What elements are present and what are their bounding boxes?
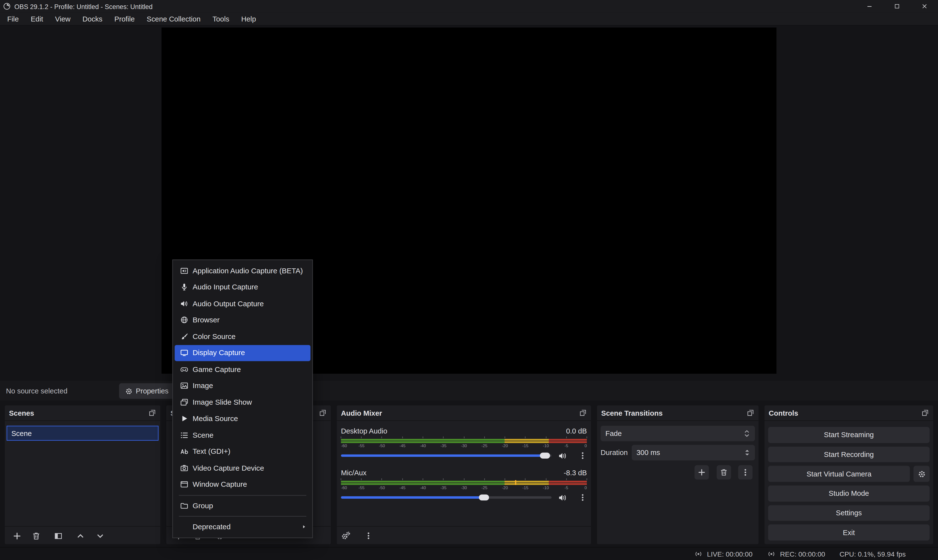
title-bar: OBS 29.1.2 - Profile: Untitled - Scenes:… xyxy=(0,0,938,12)
menu-edit[interactable]: Edit xyxy=(25,12,49,25)
popout-icon[interactable] xyxy=(921,409,929,417)
menu-help[interactable]: Help xyxy=(235,12,262,25)
app-audio-capture-icon xyxy=(180,266,188,275)
globe-icon xyxy=(180,316,188,324)
gear-icon xyxy=(125,387,133,395)
channel-level-db: 0.0 dB xyxy=(566,427,587,435)
status-bar: LIVE: 00:00:00 REC: 00:00:00 CPU: 0.1%, … xyxy=(0,547,938,560)
menu-item-image-slide-show[interactable]: Image Slide Show xyxy=(175,394,311,410)
duration-input[interactable]: 300 ms xyxy=(631,445,755,461)
scene-list-item[interactable]: Scene xyxy=(6,426,159,441)
menu-scene-collection[interactable]: Scene Collection xyxy=(141,12,206,25)
menu-item-audio-input-capture[interactable]: Audio Input Capture xyxy=(175,279,311,295)
close-button[interactable] xyxy=(910,0,938,12)
menu-item-audio-output-capture[interactable]: Audio Output Capture xyxy=(175,295,311,312)
menu-item-browser[interactable]: Browser xyxy=(175,312,311,328)
menu-profile[interactable]: Profile xyxy=(108,12,141,25)
window-icon xyxy=(180,480,188,489)
popout-icon[interactable] xyxy=(319,409,327,417)
channel-name: Desktop Audio xyxy=(341,427,387,435)
monitor-icon xyxy=(180,349,188,357)
menu-view[interactable]: View xyxy=(49,12,77,25)
channel-options-kebab-icon[interactable] xyxy=(579,493,587,502)
menu-item-application-audio-capture[interactable]: Application Audio Capture (BETA) xyxy=(175,263,311,279)
channel-level-db: -8.3 dB xyxy=(564,468,587,477)
start-streaming-button[interactable]: Start Streaming xyxy=(768,427,930,443)
move-scene-up-button[interactable] xyxy=(73,529,88,543)
menu-item-text-gdi[interactable]: Text (GDI+) xyxy=(175,443,311,460)
menu-item-scene[interactable]: Scene xyxy=(175,427,311,443)
mute-speaker-icon[interactable] xyxy=(558,451,567,460)
menu-item-window-capture[interactable]: Window Capture xyxy=(175,476,311,492)
menu-item-image[interactable]: Image xyxy=(175,378,311,394)
combo-arrows-icon[interactable] xyxy=(744,429,750,438)
preview-area xyxy=(0,26,938,381)
source-toolbar: No source selected Properties xyxy=(0,381,938,401)
popout-icon[interactable] xyxy=(148,409,156,417)
transition-options-kebab-icon[interactable] xyxy=(738,465,753,480)
scenes-toolbar xyxy=(5,526,160,544)
menu-tools[interactable]: Tools xyxy=(206,12,235,25)
volume-meter: -60-55-50-45-40-35-30-25-20-15-10-50 xyxy=(341,437,587,448)
spinner-arrows-icon[interactable] xyxy=(744,448,750,457)
mute-speaker-icon[interactable] xyxy=(558,493,567,502)
camera-icon xyxy=(180,464,188,472)
move-scene-down-button[interactable] xyxy=(92,529,107,543)
menu-item-game-capture[interactable]: Game Capture xyxy=(175,361,311,378)
audio-mixer-panel: Audio Mixer Desktop Audio 0.0 dB -60-55-… xyxy=(337,405,591,544)
menu-separator xyxy=(179,516,306,517)
settings-button[interactable]: Settings xyxy=(768,505,930,521)
start-recording-button[interactable]: Start Recording xyxy=(768,446,930,462)
slideshow-icon xyxy=(180,398,188,406)
menu-item-color-source[interactable]: Color Source xyxy=(175,328,311,345)
studio-mode-button[interactable]: Studio Mode xyxy=(768,486,930,502)
menu-item-deprecated[interactable]: Deprecated xyxy=(175,519,311,535)
menu-separator xyxy=(179,495,306,495)
add-scene-button[interactable] xyxy=(9,529,24,543)
minimize-button[interactable] xyxy=(855,0,883,12)
microphone-icon xyxy=(180,283,188,291)
scene-filters-button[interactable] xyxy=(51,529,65,543)
menu-item-video-capture-device[interactable]: Video Capture Device xyxy=(175,460,311,476)
live-time: LIVE: 00:00:00 xyxy=(707,551,753,558)
volume-slider[interactable] xyxy=(341,454,552,457)
window-title: OBS 29.1.2 - Profile: Untitled - Scenes:… xyxy=(14,3,153,10)
remove-scene-button[interactable] xyxy=(29,529,43,543)
popout-icon[interactable] xyxy=(747,409,754,417)
text-ab-icon xyxy=(180,448,188,456)
rec-time: REC: 00:00:00 xyxy=(780,551,826,558)
menu-file[interactable]: File xyxy=(1,12,25,25)
remove-transition-button[interactable] xyxy=(717,465,731,480)
start-virtual-camera-button[interactable]: Start Virtual Camera xyxy=(768,466,910,482)
volume-slider-handle[interactable] xyxy=(479,495,490,500)
properties-button[interactable]: Properties xyxy=(119,383,174,399)
maximize-button[interactable] xyxy=(883,0,911,12)
duration-label: Duration xyxy=(601,448,628,457)
virtual-camera-settings-button[interactable] xyxy=(913,466,930,482)
menu-item-media-source[interactable]: Media Source xyxy=(175,411,311,427)
blank-icon xyxy=(180,523,188,531)
channel-options-kebab-icon[interactable] xyxy=(579,451,587,460)
mixer-options-kebab-icon[interactable] xyxy=(361,529,376,543)
peak-indicator xyxy=(515,480,516,485)
volume-slider-handle[interactable] xyxy=(540,452,550,458)
add-transition-button[interactable] xyxy=(695,465,709,480)
menu-item-group[interactable]: Group xyxy=(175,497,311,514)
mixer-channel-desktop-audio: Desktop Audio 0.0 dB -60-55-50-45-40-35-… xyxy=(341,426,587,460)
mixer-toolbar xyxy=(337,526,591,544)
transition-select[interactable]: Fade xyxy=(601,426,755,441)
advanced-audio-properties-button[interactable] xyxy=(339,529,353,543)
add-source-context-menu: Application Audio Capture (BETA) Audio I… xyxy=(172,260,313,538)
cpu-fps-stats: CPU: 0.1%, 59.94 fps xyxy=(839,551,906,558)
live-status-icon xyxy=(694,549,703,558)
menu-docks[interactable]: Docks xyxy=(77,12,108,25)
popout-icon[interactable] xyxy=(579,409,587,417)
menu-item-display-capture[interactable]: Display Capture xyxy=(175,345,311,361)
transition-selected-value: Fade xyxy=(605,429,622,438)
no-source-selected-label: No source selected xyxy=(6,386,68,395)
play-icon xyxy=(180,414,188,423)
volume-slider[interactable] xyxy=(341,496,552,499)
exit-button[interactable]: Exit xyxy=(768,525,930,540)
rec-status-icon xyxy=(767,549,776,558)
scene-transitions-panel-title: Scene Transitions xyxy=(601,409,662,417)
